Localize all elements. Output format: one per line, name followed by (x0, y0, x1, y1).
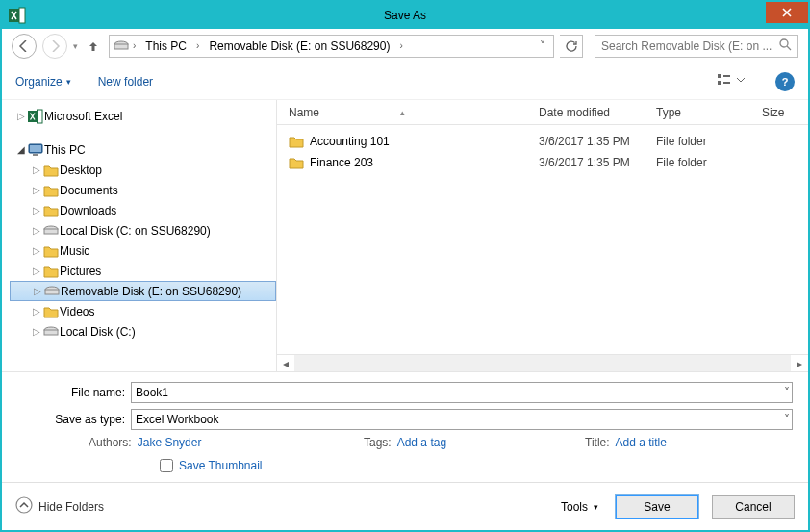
scroll-left-icon[interactable]: ◂ (277, 357, 294, 370)
expand-icon[interactable]: ▷ (31, 245, 42, 256)
search-box[interactable] (595, 35, 798, 58)
tree-item[interactable]: ▷Music (10, 241, 276, 261)
tree-label: Local Disk (C:) (60, 325, 136, 339)
breadcrumb-thispc[interactable]: This PC (139, 38, 192, 55)
expand-icon[interactable]: ▷ (31, 165, 42, 175)
svg-rect-10 (38, 110, 43, 123)
chevron-right-icon[interactable]: › (133, 40, 136, 51)
tree-label: Videos (60, 305, 94, 318)
refresh-button[interactable] (560, 35, 583, 58)
nav-tree[interactable]: ▷ Microsoft Excel ◢ This PC ▷Desktop▷Doc… (2, 100, 277, 371)
tags-value[interactable]: Add a tag (397, 436, 446, 449)
tree-item-thispc[interactable]: ◢ This PC (10, 139, 276, 160)
tree-item[interactable]: ▷Pictures (10, 261, 276, 281)
expand-icon[interactable]: ▷ (15, 111, 27, 121)
file-row[interactable]: Accounting 1013/6/2017 1:35 PMFile folde… (277, 131, 808, 152)
expand-icon[interactable]: ▷ (31, 306, 42, 317)
h-scrollbar[interactable]: ◂ ▸ (277, 354, 808, 371)
chevron-down-icon[interactable]: ˅ (784, 413, 790, 426)
tree-icon (42, 244, 60, 258)
tree-item[interactable]: ▷Local Disk (C:) (10, 321, 276, 342)
close-button[interactable] (766, 2, 808, 23)
expand-icon[interactable]: ▷ (31, 225, 42, 236)
tools-button[interactable]: Tools ▾ (561, 500, 598, 514)
breadcrumb[interactable]: › This PC › Removable Disk (E: on SSU682… (109, 35, 554, 58)
expand-icon[interactable]: ▷ (31, 205, 42, 215)
expand-icon[interactable]: ▷ (31, 326, 42, 337)
tree-item[interactable]: ▷Videos (10, 301, 276, 321)
tree-label: Local Disk (C: on SSU68290) (60, 224, 211, 238)
navbar: ▾ › This PC › Removable Disk (E: on SSU6… (2, 29, 808, 63)
view-options-button[interactable] (714, 71, 748, 91)
scroll-right-icon[interactable]: ▸ (791, 357, 808, 370)
expand-icon[interactable]: ▷ (32, 286, 43, 296)
tree-label: Downloads (60, 204, 116, 217)
recent-dropdown-icon[interactable]: ▾ (73, 41, 78, 51)
window-title: Save As (2, 9, 808, 22)
col-size[interactable]: Size (762, 106, 808, 119)
column-headers: Name ▴ Date modified Type Size (277, 100, 808, 125)
saveastype-field[interactable]: Excel Workbook ˅ (131, 409, 793, 430)
tree-label: This PC (44, 143, 86, 157)
file-type: File folder (656, 135, 762, 148)
forward-button[interactable] (42, 34, 67, 59)
breadcrumb-current[interactable]: Removable Disk (E: on SSU68290) (203, 38, 395, 55)
tree-label: Music (60, 244, 89, 258)
svg-rect-17 (45, 290, 59, 294)
file-date: 3/6/2017 1:35 PM (539, 156, 656, 169)
tree-item[interactable]: ▷Local Disk (C: on SSU68290) (10, 220, 276, 241)
excel-app-icon (6, 4, 29, 27)
tree-item[interactable]: ▷Downloads (10, 200, 276, 220)
expand-icon[interactable]: ▷ (31, 266, 42, 276)
col-date[interactable]: Date modified (539, 106, 656, 119)
save-as-dialog: Save As ▾ › This PC › Removable Disk (E:… (0, 0, 810, 532)
folder-icon (289, 135, 310, 148)
tree-icon (42, 225, 60, 237)
chevron-right-icon[interactable]: › (399, 40, 402, 51)
chevron-right-icon[interactable]: › (196, 40, 199, 51)
organize-button[interactable]: Organize ▾ (15, 75, 71, 89)
file-name: Finance 203 (310, 156, 539, 169)
new-folder-button[interactable]: New folder (98, 75, 153, 89)
chevron-down-icon[interactable]: ˅ (784, 386, 790, 399)
col-name[interactable]: Name ▴ (289, 106, 539, 119)
tree-label: Pictures (60, 265, 101, 278)
save-thumbnail-label[interactable]: Save Thumbnail (179, 459, 263, 472)
cancel-button[interactable]: Cancel (712, 495, 795, 519)
tree-item[interactable]: ▷Desktop (10, 160, 276, 180)
breadcrumb-dropdown-icon[interactable]: ˅ (536, 39, 549, 53)
toolbar: Organize ▾ New folder ? (2, 63, 808, 100)
tree-icon (42, 204, 60, 217)
collapse-icon[interactable]: ◢ (15, 144, 27, 155)
folder-icon (289, 156, 310, 169)
sort-asc-icon: ▴ (400, 108, 405, 117)
footer: Hide Folders Tools ▾ Save Cancel (2, 482, 808, 530)
filename-field[interactable]: Book1 ˅ (131, 382, 793, 403)
col-type[interactable]: Type (656, 106, 762, 119)
title-label: Title: (585, 436, 610, 449)
authors-value[interactable]: Jake Snyder (138, 436, 202, 449)
help-button[interactable]: ? (775, 72, 795, 91)
hide-folders-button[interactable]: Hide Folders (15, 496, 104, 517)
back-button[interactable] (12, 34, 37, 59)
save-thumbnail-checkbox[interactable] (160, 459, 173, 472)
svg-rect-19 (44, 330, 58, 335)
tree-item-excel[interactable]: ▷ Microsoft Excel (10, 106, 276, 126)
search-input[interactable] (601, 39, 779, 53)
chevron-down-icon: ▾ (594, 502, 598, 512)
search-icon[interactable] (779, 38, 792, 54)
tree-item[interactable]: ▷Documents (10, 180, 276, 200)
expand-icon[interactable]: ▷ (31, 185, 42, 195)
file-list[interactable]: Accounting 1013/6/2017 1:35 PMFile folde… (277, 125, 808, 354)
tree-item[interactable]: ▷Removable Disk (E: on SSU68290) (10, 281, 276, 301)
title-value[interactable]: Add a title (616, 436, 667, 449)
tags-label: Tags: (364, 436, 392, 449)
authors-label: Authors: (89, 436, 132, 449)
filename-label: File name: (17, 386, 131, 399)
tree-icon (42, 184, 60, 197)
tree-label: Desktop (60, 164, 102, 177)
up-button[interactable] (84, 37, 103, 56)
save-button[interactable]: Save (616, 495, 698, 519)
file-area: Name ▴ Date modified Type Size Accountin… (277, 100, 808, 371)
file-row[interactable]: Finance 2033/6/2017 1:35 PMFile folder (277, 152, 808, 173)
